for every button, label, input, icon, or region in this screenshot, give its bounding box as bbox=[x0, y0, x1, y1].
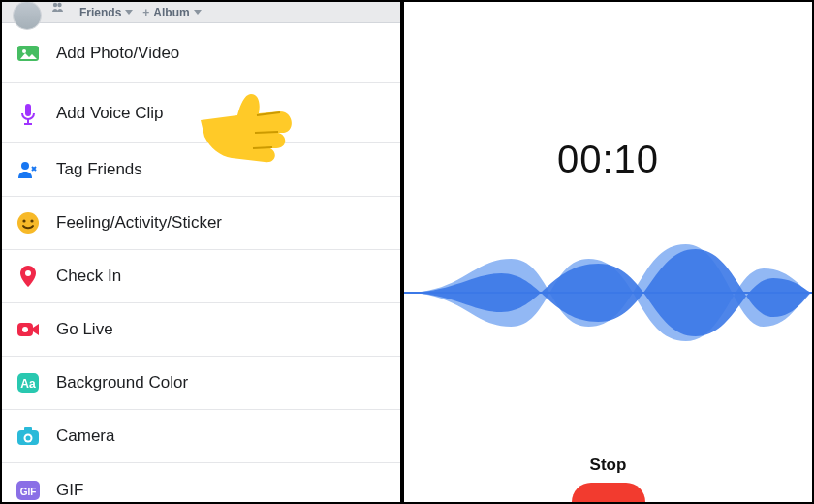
compose-options-panel: Friends + Album Add Photo/Video bbox=[2, 2, 404, 502]
recording-timer: 00:10 bbox=[557, 138, 659, 181]
svg-rect-6 bbox=[24, 123, 32, 125]
tag-friends-icon bbox=[16, 157, 41, 182]
svg-point-1 bbox=[57, 2, 61, 6]
svg-text:Aa: Aa bbox=[20, 377, 36, 391]
svg-rect-4 bbox=[25, 104, 31, 116]
svg-point-10 bbox=[30, 219, 33, 222]
smiley-icon bbox=[16, 210, 41, 236]
compose-topbar: Friends + Album bbox=[2, 2, 400, 23]
option-feeling-activity-sticker[interactable]: Feeling/Activity/Sticker bbox=[2, 197, 400, 250]
svg-point-7 bbox=[21, 162, 29, 170]
voice-recorder-panel: 00:10 Stop bbox=[404, 2, 812, 502]
friends-label: Friends bbox=[79, 6, 121, 19]
live-video-icon bbox=[16, 317, 41, 342]
gif-icon: GIF bbox=[16, 478, 41, 503]
camera-icon bbox=[16, 424, 41, 449]
option-check-in[interactable]: Check In bbox=[2, 250, 400, 303]
svg-point-3 bbox=[22, 49, 26, 53]
svg-point-11 bbox=[25, 270, 31, 276]
microphone-icon bbox=[16, 101, 41, 126]
option-label: Add Photo/Video bbox=[56, 44, 387, 63]
option-go-live[interactable]: Go Live bbox=[2, 303, 400, 357]
svg-point-19 bbox=[26, 436, 31, 441]
friends-icon bbox=[50, 2, 76, 25]
svg-point-8 bbox=[17, 212, 39, 234]
svg-rect-17 bbox=[24, 427, 32, 431]
album-dropdown[interactable]: + Album bbox=[142, 6, 201, 19]
option-label: Background Color bbox=[56, 373, 387, 393]
option-label: Go Live bbox=[56, 320, 387, 339]
audio-waveform-icon bbox=[404, 235, 812, 351]
svg-point-0 bbox=[53, 2, 57, 6]
location-pin-icon bbox=[16, 264, 41, 289]
option-label: Feeling/Activity/Sticker bbox=[56, 213, 387, 233]
option-label: Add Voice Clip bbox=[56, 104, 387, 123]
svg-rect-5 bbox=[27, 119, 29, 123]
option-label: Check In bbox=[56, 267, 387, 286]
option-add-photo-video[interactable]: Add Photo/Video bbox=[2, 23, 400, 83]
option-label: Camera bbox=[56, 426, 387, 446]
option-camera[interactable]: Camera bbox=[2, 410, 400, 463]
stop-recording-button[interactable] bbox=[572, 483, 645, 502]
option-background-color[interactable]: Aa Background Color bbox=[2, 357, 400, 410]
option-add-voice-clip[interactable]: Add Voice Clip bbox=[2, 83, 400, 143]
svg-point-13 bbox=[22, 327, 28, 332]
photo-video-icon bbox=[16, 41, 41, 66]
chevron-down-icon bbox=[125, 10, 133, 15]
chevron-down-icon bbox=[194, 10, 202, 15]
option-tag-friends[interactable]: Tag Friends bbox=[2, 143, 400, 197]
friends-dropdown[interactable]: Friends bbox=[50, 2, 133, 25]
compose-options-list: Add Photo/Video Add Voice Clip Tag Frien… bbox=[2, 23, 400, 502]
option-label: Tag Friends bbox=[56, 160, 387, 179]
plus-icon: + bbox=[142, 6, 149, 19]
stop-label: Stop bbox=[590, 456, 627, 475]
svg-text:GIF: GIF bbox=[20, 486, 37, 496]
svg-point-9 bbox=[22, 219, 25, 222]
album-label: Album bbox=[153, 6, 189, 19]
background-color-icon: Aa bbox=[16, 370, 41, 395]
option-gif[interactable]: GIF GIF bbox=[2, 463, 400, 502]
option-label: GIF bbox=[56, 481, 387, 500]
